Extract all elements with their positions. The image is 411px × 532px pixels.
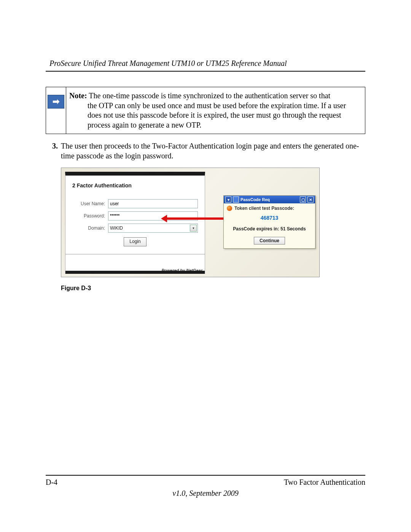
figure-caption: Figure D-3 xyxy=(61,285,365,292)
username-label: User Name: xyxy=(72,201,108,206)
tooltip-heading-text: Token client test Passcode: xyxy=(234,206,294,211)
page-number: D-4 xyxy=(46,478,57,487)
note-label: Note: xyxy=(69,91,87,100)
note-icon-cell: ➡ xyxy=(46,87,66,134)
login-panel: 2 Factor Authentication User Name: Passw… xyxy=(65,172,205,274)
note-text-first: The one-time passcode is time synchroniz… xyxy=(89,91,330,100)
note-text: Note: The one-time passcode is time sync… xyxy=(66,87,365,134)
continue-button[interactable]: Continue xyxy=(254,237,285,244)
figure-screenshot: 2 Factor Authentication User Name: Passw… xyxy=(61,168,320,277)
domain-value: WiKID xyxy=(110,225,123,231)
close-icon[interactable]: ✕ xyxy=(307,197,314,203)
passcode-tooltip: ▾ PassCode Req ▢ ✕ Token client test Pas… xyxy=(223,195,315,249)
footer-section: Two Factor Authentication xyxy=(284,478,365,487)
login-bottom-bar xyxy=(65,271,205,274)
app-icon xyxy=(233,197,239,203)
chevron-down-icon[interactable]: ▾ xyxy=(190,225,197,232)
footer-version: v1.0, September 2009 xyxy=(46,489,365,498)
note-text-rest: the OTP can only be used once and must b… xyxy=(69,101,361,130)
footer-rule xyxy=(46,475,365,476)
dropdown-icon[interactable]: ▾ xyxy=(225,197,231,203)
expires-suffix: Seconds xyxy=(285,226,306,232)
doc-header-title: ProSecure Unified Threat Management UTM1… xyxy=(46,59,365,71)
tooltip-body: Token client test Passcode: 468713 PassC… xyxy=(224,203,315,248)
username-input[interactable] xyxy=(108,199,198,208)
login-title: 2 Factor Authentication xyxy=(72,182,198,189)
arrow-right-icon: ➡ xyxy=(48,95,64,109)
document-page: ProSecure Unified Threat Management UTM1… xyxy=(0,0,411,532)
step-text: The user then proceeds to the Two-Factor… xyxy=(61,141,365,161)
passcode-expires: PassCode expires in: 51 Seconds xyxy=(227,226,312,232)
figure-wrap: 2 Factor Authentication User Name: Passw… xyxy=(61,168,365,292)
passcode-value: 468713 xyxy=(227,215,312,221)
tooltip-titlebar: ▾ PassCode Req ▢ ✕ xyxy=(224,196,315,203)
username-row: User Name: xyxy=(72,199,198,208)
password-label: Password: xyxy=(72,213,108,219)
note-box: ➡ Note: The one-time passcode is time sy… xyxy=(46,87,365,134)
step-item: 3. The user then proceeds to the Two-Fac… xyxy=(46,141,365,161)
domain-select[interactable]: WiKID ▾ xyxy=(108,224,198,233)
login-inner: 2 Factor Authentication User Name: Passw… xyxy=(65,176,205,254)
footer-row: D-4 Two Factor Authentication xyxy=(46,478,365,487)
step-number: 3. xyxy=(46,141,61,161)
token-icon xyxy=(227,206,232,211)
tooltip-heading: Token client test Passcode: xyxy=(227,206,312,211)
page-footer: D-4 Two Factor Authentication v1.0, Sept… xyxy=(46,475,365,498)
domain-label: Domain: xyxy=(72,225,108,231)
expires-seconds: 51 xyxy=(280,226,285,232)
domain-row: Domain: WiKID ▾ xyxy=(72,224,198,233)
minimize-icon[interactable]: ▢ xyxy=(300,197,306,203)
expires-prefix: PassCode expires in: xyxy=(233,226,280,232)
tooltip-title-text: PassCode Req xyxy=(241,197,270,202)
login-button[interactable]: Login xyxy=(124,237,147,246)
header-rule xyxy=(46,71,365,72)
